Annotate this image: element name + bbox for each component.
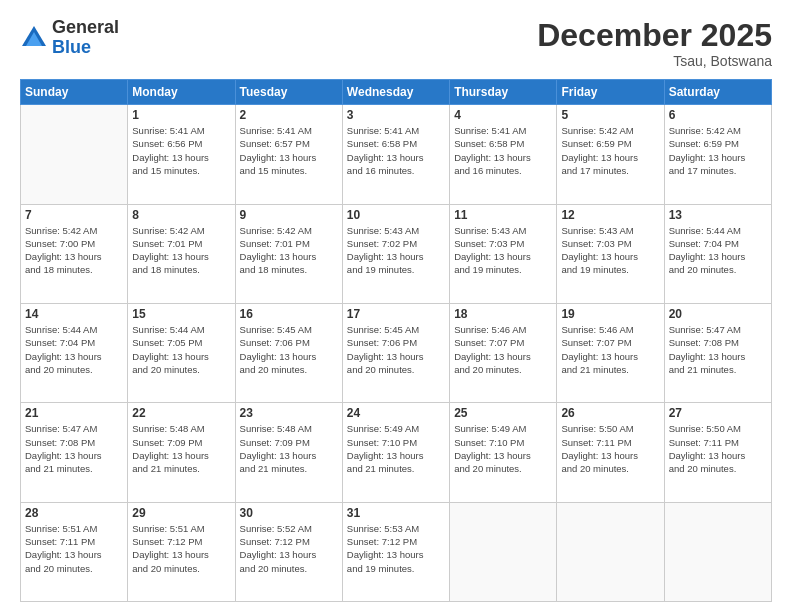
day-info: Sunrise: 5:42 AM Sunset: 6:59 PM Dayligh…	[561, 124, 659, 177]
day-number: 11	[454, 208, 552, 222]
day-info: Sunrise: 5:41 AM Sunset: 6:58 PM Dayligh…	[347, 124, 445, 177]
day-number: 23	[240, 406, 338, 420]
day-number: 22	[132, 406, 230, 420]
calendar-cell: 1Sunrise: 5:41 AM Sunset: 6:56 PM Daylig…	[128, 105, 235, 204]
day-number: 16	[240, 307, 338, 321]
calendar-cell: 21Sunrise: 5:47 AM Sunset: 7:08 PM Dayli…	[21, 403, 128, 502]
calendar-cell: 26Sunrise: 5:50 AM Sunset: 7:11 PM Dayli…	[557, 403, 664, 502]
weekday-header-saturday: Saturday	[664, 80, 771, 105]
calendar-cell: 18Sunrise: 5:46 AM Sunset: 7:07 PM Dayli…	[450, 303, 557, 402]
calendar-cell: 11Sunrise: 5:43 AM Sunset: 7:03 PM Dayli…	[450, 204, 557, 303]
day-number: 3	[347, 108, 445, 122]
day-number: 13	[669, 208, 767, 222]
logo-general: General	[52, 17, 119, 37]
calendar-table: SundayMondayTuesdayWednesdayThursdayFrid…	[20, 79, 772, 602]
calendar-cell: 13Sunrise: 5:44 AM Sunset: 7:04 PM Dayli…	[664, 204, 771, 303]
week-row-5: 28Sunrise: 5:51 AM Sunset: 7:11 PM Dayli…	[21, 502, 772, 601]
calendar-cell: 12Sunrise: 5:43 AM Sunset: 7:03 PM Dayli…	[557, 204, 664, 303]
weekday-header-thursday: Thursday	[450, 80, 557, 105]
calendar-cell: 24Sunrise: 5:49 AM Sunset: 7:10 PM Dayli…	[342, 403, 449, 502]
calendar-cell: 4Sunrise: 5:41 AM Sunset: 6:58 PM Daylig…	[450, 105, 557, 204]
calendar-cell: 29Sunrise: 5:51 AM Sunset: 7:12 PM Dayli…	[128, 502, 235, 601]
calendar-cell: 30Sunrise: 5:52 AM Sunset: 7:12 PM Dayli…	[235, 502, 342, 601]
day-number: 17	[347, 307, 445, 321]
header: General Blue December 2025 Tsau, Botswan…	[20, 18, 772, 69]
calendar-cell	[450, 502, 557, 601]
calendar-cell: 8Sunrise: 5:42 AM Sunset: 7:01 PM Daylig…	[128, 204, 235, 303]
day-info: Sunrise: 5:41 AM Sunset: 6:58 PM Dayligh…	[454, 124, 552, 177]
day-info: Sunrise: 5:42 AM Sunset: 7:00 PM Dayligh…	[25, 224, 123, 277]
day-info: Sunrise: 5:50 AM Sunset: 7:11 PM Dayligh…	[561, 422, 659, 475]
day-info: Sunrise: 5:50 AM Sunset: 7:11 PM Dayligh…	[669, 422, 767, 475]
day-number: 5	[561, 108, 659, 122]
title-block: December 2025 Tsau, Botswana	[537, 18, 772, 69]
day-number: 6	[669, 108, 767, 122]
calendar-cell: 20Sunrise: 5:47 AM Sunset: 7:08 PM Dayli…	[664, 303, 771, 402]
day-info: Sunrise: 5:51 AM Sunset: 7:11 PM Dayligh…	[25, 522, 123, 575]
day-number: 2	[240, 108, 338, 122]
day-number: 28	[25, 506, 123, 520]
calendar-cell	[664, 502, 771, 601]
calendar-cell: 6Sunrise: 5:42 AM Sunset: 6:59 PM Daylig…	[664, 105, 771, 204]
day-number: 30	[240, 506, 338, 520]
calendar-cell: 31Sunrise: 5:53 AM Sunset: 7:12 PM Dayli…	[342, 502, 449, 601]
weekday-header-sunday: Sunday	[21, 80, 128, 105]
month-title: December 2025	[537, 18, 772, 53]
day-info: Sunrise: 5:44 AM Sunset: 7:05 PM Dayligh…	[132, 323, 230, 376]
calendar-cell	[557, 502, 664, 601]
calendar-cell: 10Sunrise: 5:43 AM Sunset: 7:02 PM Dayli…	[342, 204, 449, 303]
calendar-cell: 9Sunrise: 5:42 AM Sunset: 7:01 PM Daylig…	[235, 204, 342, 303]
day-info: Sunrise: 5:45 AM Sunset: 7:06 PM Dayligh…	[347, 323, 445, 376]
calendar-cell: 19Sunrise: 5:46 AM Sunset: 7:07 PM Dayli…	[557, 303, 664, 402]
day-info: Sunrise: 5:47 AM Sunset: 7:08 PM Dayligh…	[25, 422, 123, 475]
day-number: 20	[669, 307, 767, 321]
day-number: 14	[25, 307, 123, 321]
page: General Blue December 2025 Tsau, Botswan…	[0, 0, 792, 612]
logo-icon	[20, 24, 48, 52]
calendar-cell: 16Sunrise: 5:45 AM Sunset: 7:06 PM Dayli…	[235, 303, 342, 402]
day-info: Sunrise: 5:46 AM Sunset: 7:07 PM Dayligh…	[561, 323, 659, 376]
day-info: Sunrise: 5:45 AM Sunset: 7:06 PM Dayligh…	[240, 323, 338, 376]
weekday-header-tuesday: Tuesday	[235, 80, 342, 105]
logo-text: General Blue	[52, 18, 119, 58]
day-number: 9	[240, 208, 338, 222]
calendar-cell: 3Sunrise: 5:41 AM Sunset: 6:58 PM Daylig…	[342, 105, 449, 204]
day-number: 24	[347, 406, 445, 420]
day-info: Sunrise: 5:46 AM Sunset: 7:07 PM Dayligh…	[454, 323, 552, 376]
day-info: Sunrise: 5:49 AM Sunset: 7:10 PM Dayligh…	[454, 422, 552, 475]
day-number: 29	[132, 506, 230, 520]
day-number: 25	[454, 406, 552, 420]
day-number: 1	[132, 108, 230, 122]
day-number: 7	[25, 208, 123, 222]
calendar-cell: 23Sunrise: 5:48 AM Sunset: 7:09 PM Dayli…	[235, 403, 342, 502]
weekday-header-row: SundayMondayTuesdayWednesdayThursdayFrid…	[21, 80, 772, 105]
day-info: Sunrise: 5:48 AM Sunset: 7:09 PM Dayligh…	[132, 422, 230, 475]
calendar-cell: 27Sunrise: 5:50 AM Sunset: 7:11 PM Dayli…	[664, 403, 771, 502]
day-number: 10	[347, 208, 445, 222]
calendar-cell: 22Sunrise: 5:48 AM Sunset: 7:09 PM Dayli…	[128, 403, 235, 502]
day-number: 27	[669, 406, 767, 420]
day-number: 18	[454, 307, 552, 321]
day-info: Sunrise: 5:51 AM Sunset: 7:12 PM Dayligh…	[132, 522, 230, 575]
day-number: 26	[561, 406, 659, 420]
day-number: 12	[561, 208, 659, 222]
day-info: Sunrise: 5:49 AM Sunset: 7:10 PM Dayligh…	[347, 422, 445, 475]
day-info: Sunrise: 5:44 AM Sunset: 7:04 PM Dayligh…	[25, 323, 123, 376]
day-number: 4	[454, 108, 552, 122]
day-info: Sunrise: 5:41 AM Sunset: 6:56 PM Dayligh…	[132, 124, 230, 177]
calendar-cell: 2Sunrise: 5:41 AM Sunset: 6:57 PM Daylig…	[235, 105, 342, 204]
day-info: Sunrise: 5:47 AM Sunset: 7:08 PM Dayligh…	[669, 323, 767, 376]
day-info: Sunrise: 5:48 AM Sunset: 7:09 PM Dayligh…	[240, 422, 338, 475]
week-row-3: 14Sunrise: 5:44 AM Sunset: 7:04 PM Dayli…	[21, 303, 772, 402]
day-info: Sunrise: 5:41 AM Sunset: 6:57 PM Dayligh…	[240, 124, 338, 177]
weekday-header-wednesday: Wednesday	[342, 80, 449, 105]
day-number: 15	[132, 307, 230, 321]
location: Tsau, Botswana	[537, 53, 772, 69]
weekday-header-friday: Friday	[557, 80, 664, 105]
calendar-cell: 7Sunrise: 5:42 AM Sunset: 7:00 PM Daylig…	[21, 204, 128, 303]
day-number: 8	[132, 208, 230, 222]
day-number: 19	[561, 307, 659, 321]
calendar-cell: 25Sunrise: 5:49 AM Sunset: 7:10 PM Dayli…	[450, 403, 557, 502]
day-info: Sunrise: 5:42 AM Sunset: 7:01 PM Dayligh…	[132, 224, 230, 277]
day-info: Sunrise: 5:43 AM Sunset: 7:03 PM Dayligh…	[561, 224, 659, 277]
